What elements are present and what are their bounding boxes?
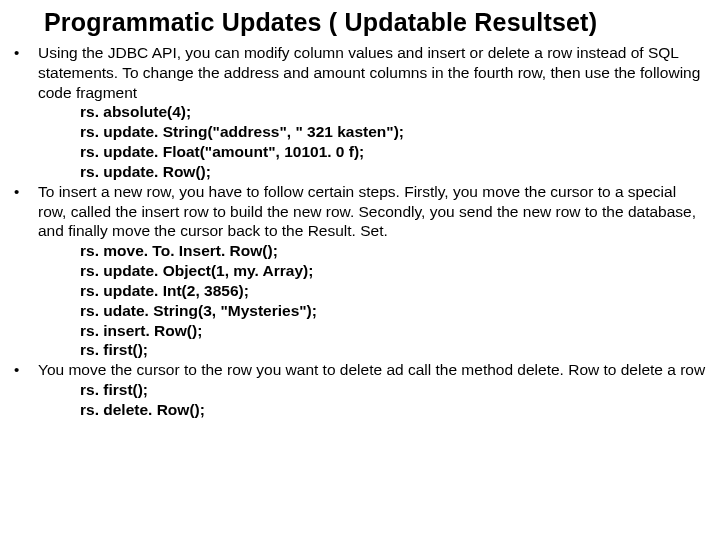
code-line: rs. update. String("address", " 321 kast… [80, 122, 708, 142]
bullet-list: • Using the JDBC API, you can modify col… [8, 43, 708, 420]
code-line: rs. update. Object(1, my. Array); [80, 261, 708, 281]
code-line: rs. insert. Row(); [80, 321, 708, 341]
bullet-content: Using the JDBC API, you can modify colum… [38, 43, 708, 182]
list-item: • To insert a new row, you have to follo… [8, 182, 708, 360]
code-line: rs. absolute(4); [80, 102, 708, 122]
code-line: rs. udate. String(3, "Mysteries"); [80, 301, 708, 321]
code-line: rs. move. To. Insert. Row(); [80, 241, 708, 261]
code-line: rs. update. Row(); [80, 162, 708, 182]
bullet-marker: • [8, 43, 38, 62]
code-line: rs. first(); [80, 340, 708, 360]
page-title: Programmatic Updates ( Updatable Results… [44, 8, 708, 37]
bullet-content: You move the cursor to the row you want … [38, 360, 708, 419]
code-line: rs. first(); [80, 380, 708, 400]
code-line: rs. delete. Row(); [80, 400, 708, 420]
code-block: rs. absolute(4); rs. update. String("add… [38, 102, 708, 181]
bullet-content: To insert a new row, you have to follow … [38, 182, 708, 360]
code-line: rs. update. Int(2, 3856); [80, 281, 708, 301]
bullet-text: Using the JDBC API, you can modify colum… [38, 44, 700, 101]
list-item: • You move the cursor to the row you wan… [8, 360, 708, 419]
bullet-marker: • [8, 360, 38, 379]
list-item: • Using the JDBC API, you can modify col… [8, 43, 708, 182]
bullet-text: To insert a new row, you have to follow … [38, 183, 696, 240]
code-block: rs. move. To. Insert. Row(); rs. update.… [38, 241, 708, 360]
code-block: rs. first(); rs. delete. Row(); [38, 380, 708, 420]
bullet-marker: • [8, 182, 38, 201]
code-line: rs. update. Float("amount", 10101. 0 f); [80, 142, 708, 162]
bullet-text: You move the cursor to the row you want … [38, 361, 705, 378]
